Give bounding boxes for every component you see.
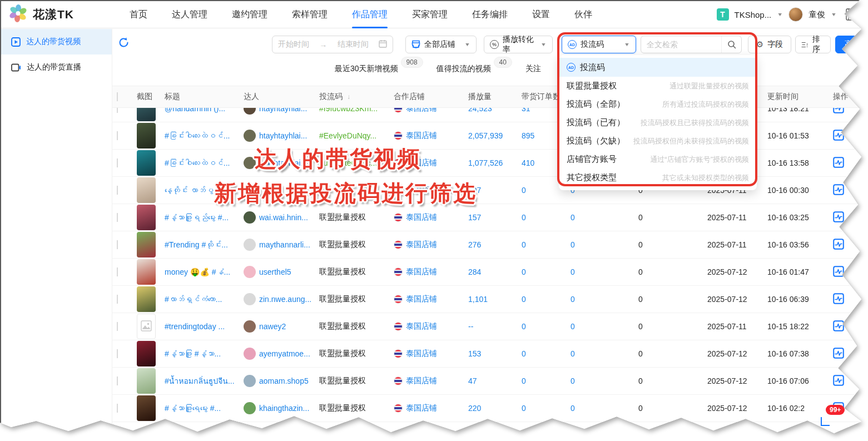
- creator-name-link[interactable]: htayhtayhlai...: [259, 131, 307, 140]
- metric-a-cell[interactable]: 0: [571, 404, 638, 413]
- analytics-action-icon[interactable]: [833, 266, 844, 277]
- dropdown-option-adcode-selected[interactable]: AD 投流码: [559, 58, 757, 77]
- video-title-link[interactable]: #น้ำหอมกลิ่นธูปจีน...: [165, 375, 244, 387]
- shop-cell[interactable]: 泰国店铺: [394, 108, 468, 113]
- creator-name-link[interactable]: ayemyatmoe...: [259, 349, 310, 358]
- nav-item-task-orchestration[interactable]: 任务编排: [472, 1, 508, 28]
- shop-cell[interactable]: 泰国店铺: [394, 131, 468, 141]
- nav-item-partner[interactable]: 伙伴: [574, 1, 592, 28]
- creator-avatar[interactable]: [244, 108, 256, 115]
- video-title-link[interactable]: #trendingtoday ...: [165, 322, 244, 331]
- adcode-filter-select[interactable]: AD 投流码 ▼: [562, 36, 636, 53]
- shop-cell[interactable]: 泰国店铺: [394, 376, 468, 386]
- orders-cell[interactable]: 0: [522, 267, 571, 276]
- stat-tab[interactable]: 关注: [525, 61, 541, 76]
- shop-name-link[interactable]: 泰国店铺: [406, 212, 437, 222]
- sidebar-item-creator-livestreams[interactable]: 达人的带货直播: [1, 54, 112, 80]
- row-checkbox[interactable]: [117, 376, 137, 385]
- manual-book-icon[interactable]: [846, 8, 858, 21]
- date-start-placeholder[interactable]: 开始时间: [278, 39, 309, 49]
- video-thumbnail[interactable]: [137, 341, 156, 366]
- row-checkbox[interactable]: [117, 267, 137, 276]
- table-row[interactable]: #လာဘ်ရှင်ကံကော... zin.nwe.aung... 联盟批量授权…: [112, 286, 868, 313]
- stat-tab[interactable]: 值得投流的视频 40: [437, 61, 512, 76]
- video-thumbnail[interactable]: [137, 314, 156, 339]
- row-checkbox[interactable]: [117, 349, 137, 358]
- video-thumbnail[interactable]: [137, 395, 156, 421]
- plays-cell[interactable]: 220: [468, 404, 522, 413]
- creator-name-link[interactable]: userthel5: [259, 267, 291, 276]
- sidebar-item-creator-videos[interactable]: 达人的带货视频: [1, 29, 112, 54]
- fields-button[interactable]: ⚙ 字段: [748, 36, 791, 53]
- orders-cell[interactable]: 0: [522, 349, 571, 358]
- shop-cell[interactable]: 泰国店铺: [394, 185, 468, 195]
- dropdown-option[interactable]: 投流码（欠缺） 投流码授权但尚未获得投流码的视频: [559, 132, 757, 150]
- analytics-action-icon[interactable]: [833, 320, 844, 331]
- nav-item-invite-mgmt[interactable]: 邀约管理: [232, 1, 267, 28]
- creator-avatar[interactable]: [244, 402, 256, 414]
- search-input[interactable]: [641, 40, 721, 49]
- workspace-name[interactable]: TKShop...: [735, 10, 772, 19]
- orders-cell[interactable]: 0: [522, 322, 571, 331]
- sort-down-icon[interactable]: ↓: [347, 93, 350, 101]
- nav-item-creator-mgmt[interactable]: 达人管理: [172, 1, 207, 28]
- analytics-action-icon[interactable]: [833, 108, 844, 113]
- plays-cell[interactable]: 153: [468, 349, 522, 358]
- plays-cell[interactable]: 2,057,939: [468, 131, 522, 140]
- shop-filter-select[interactable]: 全部店铺 ▼: [405, 36, 477, 53]
- analytics-action-icon[interactable]: [833, 293, 844, 304]
- creator-avatar[interactable]: [244, 239, 256, 251]
- plays-cell[interactable]: 1,077,526: [468, 158, 522, 167]
- video-title-link[interactable]: #ခြင်းဝါလေးထဲဝင်...: [165, 158, 244, 167]
- creator-avatar[interactable]: [244, 375, 256, 387]
- row-checkbox[interactable]: [117, 213, 137, 222]
- video-title-link[interactable]: #နံ့သာဖြူရည်မွေး #...: [165, 213, 244, 222]
- advanced-filter-button[interactable]: 高级: [835, 36, 868, 53]
- shop-name-link[interactable]: 泰国店铺: [406, 131, 437, 141]
- table-row[interactable]: #နံ့သာဖြူရေမွေး #... khaingthazin... 联盟批…: [112, 395, 868, 422]
- creator-avatar[interactable]: [244, 320, 256, 333]
- metric-a-cell[interactable]: 0: [571, 322, 638, 331]
- orders-cell[interactable]: 0: [522, 295, 571, 304]
- video-thumbnail[interactable]: [137, 232, 156, 257]
- analytics-action-icon[interactable]: [833, 348, 844, 359]
- video-thumbnail[interactable]: [137, 286, 156, 312]
- plays-cell[interactable]: --: [468, 322, 522, 331]
- creator-avatar[interactable]: [244, 157, 256, 169]
- metric-a-cell[interactable]: 0: [571, 295, 638, 304]
- video-title-link[interactable]: #နံ့သာဖြူရေမွေး #...: [165, 404, 244, 413]
- dropdown-option[interactable]: 联盟批量授权 通过联盟批量授权的视频: [559, 77, 757, 95]
- shop-cell[interactable]: 泰国店铺: [394, 158, 468, 168]
- chevron-down-icon[interactable]: ▼: [777, 12, 783, 17]
- table-row[interactable]: #Trending #ထိုင်း... maythannarli... 联盟批…: [112, 231, 868, 259]
- shop-name-link[interactable]: 泰国店铺: [406, 240, 437, 250]
- video-title-link[interactable]: money 🤑💰 #နံ...: [165, 267, 244, 276]
- shop-name-link[interactable]: 泰国店铺: [406, 294, 437, 304]
- creator-name-link[interactable]: wai.wai.hnin...: [259, 213, 308, 222]
- shop-cell[interactable]: 泰国店铺: [394, 349, 468, 359]
- row-checkbox[interactable]: [117, 240, 137, 249]
- shop-name-link[interactable]: 泰国店铺: [406, 158, 437, 168]
- nav-item-works-mgmt[interactable]: 作品管理: [352, 1, 388, 28]
- analytics-action-icon[interactable]: [833, 157, 844, 168]
- table-row[interactable]: #နံ့သာဖြူရည်မွေး #... wai.wai.hnin... 联盟…: [112, 204, 868, 231]
- creator-avatar[interactable]: [244, 211, 256, 224]
- analytics-action-icon[interactable]: [833, 239, 844, 250]
- dropdown-option[interactable]: 其它授权类型 其它或未知授权类型的视频: [559, 169, 757, 187]
- orders-cell[interactable]: 0: [522, 404, 571, 413]
- video-thumbnail[interactable]: [137, 259, 156, 285]
- shop-name-link[interactable]: 泰国店铺: [406, 321, 437, 331]
- metric-a-cell[interactable]: 0: [571, 267, 638, 276]
- shop-cell[interactable]: 泰国店铺: [394, 403, 468, 413]
- creator-avatar[interactable]: [244, 348, 256, 360]
- video-title-link[interactable]: #ခြင်းဝါလေးထဲဝင်...: [165, 131, 244, 140]
- video-title-link[interactable]: @nandarhnin ()...: [165, 108, 244, 113]
- select-all-checkbox[interactable]: [117, 92, 137, 101]
- row-checkbox[interactable]: [117, 322, 137, 331]
- video-thumbnail[interactable]: [137, 123, 156, 148]
- creator-name-link[interactable]: aomam.shop5: [259, 376, 309, 385]
- shop-name-link[interactable]: 泰国店铺: [406, 376, 437, 386]
- refresh-icon[interactable]: [118, 37, 130, 51]
- analytics-action-icon[interactable]: [833, 375, 844, 386]
- video-title-link[interactable]: #နံ့သာဖြူ #နံ့သာ...: [165, 349, 244, 358]
